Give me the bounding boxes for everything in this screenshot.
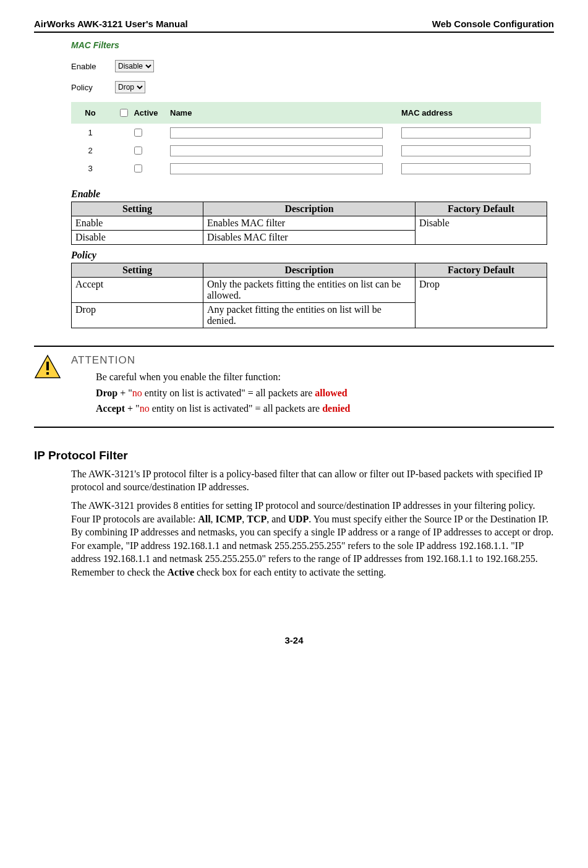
col-mac: MAC address: [398, 102, 541, 124]
ip-protocol-filter-body: The AWK-3121's IP protocol filter is a p…: [71, 467, 554, 579]
row-name-input[interactable]: [170, 127, 383, 138]
mac-filter-table: No Active Name MAC address 1 2 3: [71, 102, 541, 177]
row-mac-input[interactable]: [401, 127, 530, 138]
cell-desc: Disables MAC filter: [203, 231, 415, 245]
policy-def-table: Setting Description Factory Default Acce…: [71, 263, 547, 328]
attention-line-1: Drop + "no entity on list is activated" …: [96, 386, 350, 400]
cell-setting: Drop: [72, 303, 203, 328]
ip-protocol-filter-heading: IP Protocol Filter: [34, 449, 554, 462]
col-name: Name: [166, 102, 398, 124]
row-name-input[interactable]: [170, 163, 383, 174]
svg-rect-1: [46, 362, 49, 370]
row-mac-input[interactable]: [401, 145, 530, 156]
cell-desc: Any packet fitting the entities on list …: [203, 303, 415, 328]
enable-def-table: Setting Description Factory Default Enab…: [71, 202, 547, 245]
attention-title: ATTENTION: [71, 354, 350, 367]
cell-setting: Accept: [72, 278, 203, 303]
screenshot-title: MAC Filters: [71, 40, 541, 50]
enable-heading: Enable: [71, 189, 554, 200]
row-active-checkbox[interactable]: [134, 164, 142, 172]
table-row: 3: [71, 160, 541, 177]
col-no: No: [71, 102, 109, 124]
cell-setting: Enable: [72, 216, 203, 231]
header-right: Web Console Configuration: [432, 19, 554, 29]
cell-desc: Enables MAC filter: [203, 216, 415, 231]
paragraph-1: The AWK-3121's IP protocol filter is a p…: [71, 467, 554, 494]
cell-default: Drop: [415, 278, 547, 328]
cell-desc: Only the packets fitting the entities on…: [203, 278, 415, 303]
attention-line-2: Accept + "no entity on list is activated…: [96, 402, 350, 415]
policy-label: Policy: [71, 83, 105, 92]
th-default: Factory Default: [415, 202, 547, 216]
row-mac-input[interactable]: [401, 163, 530, 174]
cell-default: Disable: [415, 216, 547, 245]
header-left: AirWorks AWK-3121 User's Manual: [34, 19, 188, 29]
th-setting: Setting: [72, 263, 203, 278]
attention-box: ATTENTION Be careful when you enable the…: [34, 346, 554, 428]
th-desc: Description: [203, 263, 415, 278]
row-active-checkbox[interactable]: [134, 147, 142, 155]
page-header: AirWorks AWK-3121 User's Manual Web Cons…: [34, 19, 554, 33]
active-all-checkbox[interactable]: [120, 109, 128, 117]
warning-icon: [34, 354, 61, 379]
attention-intro: Be careful when you enable the filter fu…: [96, 370, 350, 384]
col-active: Active: [109, 102, 166, 124]
policy-select[interactable]: Drop: [115, 81, 145, 93]
paragraph-2: The AWK-3121 provides 8 entities for set…: [71, 499, 554, 579]
mac-filters-screenshot: MAC Filters Enable Disable Policy Drop N…: [71, 40, 541, 177]
svg-rect-2: [46, 372, 49, 375]
table-row: 2: [71, 142, 541, 160]
page-number: 3-24: [34, 635, 554, 645]
th-desc: Description: [203, 202, 415, 216]
row-active-checkbox[interactable]: [134, 129, 142, 137]
enable-select[interactable]: Disable: [115, 60, 154, 72]
th-setting: Setting: [72, 202, 203, 216]
cell-setting: Disable: [72, 231, 203, 245]
th-default: Factory Default: [415, 263, 547, 278]
table-row: 1: [71, 124, 541, 142]
enable-label: Enable: [71, 62, 105, 71]
policy-heading: Policy: [71, 250, 554, 261]
row-name-input[interactable]: [170, 145, 383, 156]
